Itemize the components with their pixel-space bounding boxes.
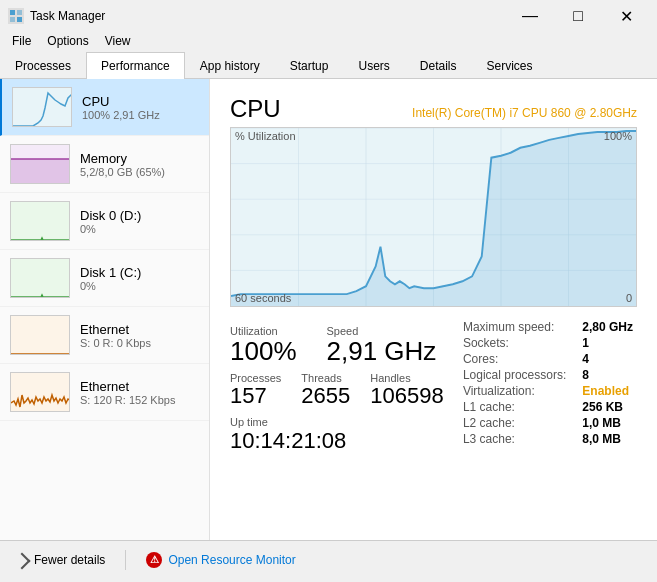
stats-left: Utilization 100% Speed 2,91 GHz Processe… [230,315,444,454]
info-row-logical: Logical processors: 8 [459,367,637,383]
svg-rect-0 [10,10,15,15]
max-speed-label: Maximum speed: [459,319,578,335]
cpu-subtitle: Intel(R) Core(TM) i7 CPU 860 @ 2.80GHz [412,106,637,120]
disk0-sidebar-detail: 0% [80,223,199,235]
handles-label: Handles [370,372,443,384]
cores-value: 4 [578,351,637,367]
tab-services[interactable]: Services [472,52,548,79]
sidebar-item-disk1[interactable]: Disk 1 (C:) 0% [0,250,209,307]
fewer-details-label: Fewer details [34,553,105,567]
cpu-info-table: Maximum speed: 2,80 GHz Sockets: 1 Cores… [459,319,637,447]
menu-bar: File Options View [0,30,657,52]
cpu-chart: % Utilization 100% 60 seconds 0 [230,127,637,307]
uptime-label: Up time [230,416,444,428]
tab-startup[interactable]: Startup [275,52,344,79]
resource-monitor-icon: ⚠ [146,552,162,568]
disk1-sidebar-info: Disk 1 (C:) 0% [80,265,199,292]
svg-rect-2 [10,17,15,22]
virt-value: Enabled [578,383,637,399]
cpu-chart-svg [231,128,636,306]
ethernet1-sidebar-detail: S: 0 R: 0 Kbps [80,337,199,349]
sockets-label: Sockets: [459,335,578,351]
processes-value: 157 [230,384,281,408]
menu-file[interactable]: File [4,30,39,52]
proc-threads-handles-row: Processes 157 Threads 2655 Handles 10659… [230,372,444,408]
tab-details[interactable]: Details [405,52,472,79]
chart-y-label: % Utilization [235,130,296,142]
memory-sidebar-detail: 5,2/8,0 GB (65%) [80,166,199,178]
title-bar: Task Manager — □ ✕ [0,0,657,30]
ethernet2-sidebar-name: Ethernet [80,379,199,394]
open-resource-monitor-button[interactable]: ⚠ Open Resource Monitor [146,552,295,568]
title-controls: — □ ✕ [507,1,649,31]
cpu-sidebar-name: CPU [82,94,199,109]
processes-block: Processes 157 [230,372,281,408]
menu-options[interactable]: Options [39,30,96,52]
uptime-value: 10:14:21:08 [230,428,444,454]
sidebar-item-memory[interactable]: Memory 5,2/8,0 GB (65%) [0,136,209,193]
chart-y-max: 100% [604,130,632,142]
l3-value: 8,0 MB [578,431,637,447]
ethernet2-sidebar-detail: S: 120 R: 152 Kbps [80,394,199,406]
util-speed-row: Utilization 100% Speed 2,91 GHz [230,325,444,366]
sidebar: CPU 100% 2,91 GHz Memory 5,2/8,0 GB (65%… [0,79,210,540]
sidebar-item-cpu[interactable]: CPU 100% 2,91 GHz [0,79,209,136]
minimize-button[interactable]: — [507,1,553,31]
cores-label: Cores: [459,351,578,367]
memory-thumbnail [10,144,70,184]
logical-label: Logical processors: [459,367,578,383]
tab-performance[interactable]: Performance [86,52,185,79]
threads-label: Threads [301,372,350,384]
cpu-header: CPU Intel(R) Core(TM) i7 CPU 860 @ 2.80G… [230,95,637,123]
cpu-info-table-container: Maximum speed: 2,80 GHz Sockets: 1 Cores… [459,319,637,454]
svg-rect-1 [17,10,22,15]
info-row-maxspeed: Maximum speed: 2,80 GHz [459,319,637,335]
speed-block: Speed 2,91 GHz [327,325,437,366]
speed-value: 2,91 GHz [327,337,437,366]
bottom-separator [125,550,126,570]
l3-label: L3 cache: [459,431,578,447]
l1-value: 256 KB [578,399,637,415]
title-left: Task Manager [8,8,105,24]
info-row-cores: Cores: 4 [459,351,637,367]
max-speed-value: 2,80 GHz [578,319,637,335]
sidebar-item-disk0[interactable]: Disk 0 (D:) 0% [0,193,209,250]
svg-rect-9 [11,259,70,298]
cpu-title: CPU [230,95,281,123]
menu-view[interactable]: View [97,30,139,52]
info-row-sockets: Sockets: 1 [459,335,637,351]
tab-app-history[interactable]: App history [185,52,275,79]
open-resource-label: Open Resource Monitor [168,553,295,567]
tab-bar: Processes Performance App history Startu… [0,52,657,79]
app-icon [8,8,24,24]
sidebar-item-ethernet2[interactable]: Ethernet S: 120 R: 152 Kbps [0,364,209,421]
chart-x-right: 0 [626,292,632,304]
sidebar-item-ethernet1[interactable]: Ethernet S: 0 R: 0 Kbps [0,307,209,364]
cpu-panel: CPU Intel(R) Core(TM) i7 CPU 860 @ 2.80G… [210,79,657,540]
chevron-icon [14,553,31,570]
svg-rect-10 [11,316,70,355]
l1-label: L1 cache: [459,399,578,415]
handles-value: 106598 [370,384,443,408]
utilization-value: 100% [230,337,297,366]
svg-rect-8 [11,202,70,241]
l2-value: 1,0 MB [578,415,637,431]
bottom-bar: Fewer details ⚠ Open Resource Monitor [0,540,657,578]
close-button[interactable]: ✕ [603,1,649,31]
ethernet1-sidebar-info: Ethernet S: 0 R: 0 Kbps [80,322,199,349]
svg-rect-6 [11,159,70,184]
tab-processes[interactable]: Processes [0,52,86,79]
svg-rect-4 [13,88,72,127]
tab-users[interactable]: Users [343,52,404,79]
uptime-section: Up time 10:14:21:08 [230,416,444,454]
sockets-value: 1 [578,335,637,351]
info-row-l3: L3 cache: 8,0 MB [459,431,637,447]
maximize-button[interactable]: □ [555,1,601,31]
fewer-details-button[interactable]: Fewer details [16,552,105,567]
ethernet2-thumbnail [10,372,70,412]
disk1-sidebar-detail: 0% [80,280,199,292]
handles-block: Handles 106598 [370,372,443,408]
cpu-sidebar-detail: 100% 2,91 GHz [82,109,199,121]
stats-container: Utilization 100% Speed 2,91 GHz Processe… [230,315,637,454]
processes-label: Processes [230,372,281,384]
